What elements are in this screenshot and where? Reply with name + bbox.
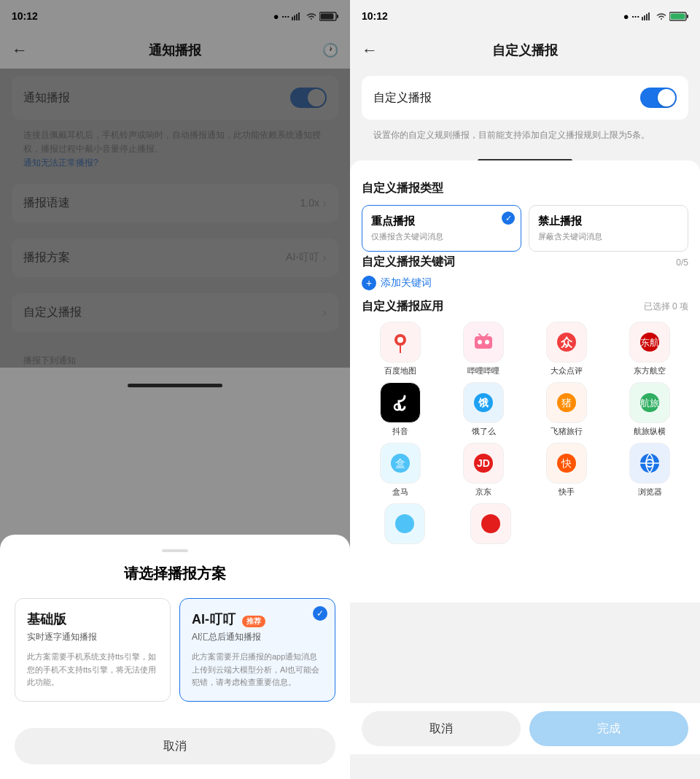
app-section: 自定义播报应用 已选择 0 项 百度地图 哔哩哔哩 bbox=[362, 299, 688, 544]
right-phone-screen: 10:12 ● ··· ← 自定义播报 自定义播报 设置你的自定义规则播报，目前… bbox=[350, 0, 700, 779]
app-item-hema[interactable]: 盒 盒马 bbox=[362, 443, 439, 497]
baidu-map-icon bbox=[380, 322, 421, 363]
ai-plan-badge: 推荐 bbox=[242, 616, 265, 627]
block-broadcast-name: 禁止播报 bbox=[538, 214, 679, 228]
right-top-desc: 设置你的自定义规则播报，目前能支持添加自定义播报规则上限为5条。 bbox=[373, 128, 677, 142]
type-section-header: 自定义播报类型 bbox=[362, 181, 688, 196]
right-battery-icon bbox=[669, 12, 688, 21]
app-item-pigtravel[interactable]: 猪 飞猪旅行 bbox=[528, 382, 605, 437]
right-nav-title: 自定义播报 bbox=[492, 42, 558, 59]
ai-plan-card[interactable]: ✓ AI-叮叮 推荐 AI汇总后通知播报 此方案需要开启播报的app通知消息上传… bbox=[179, 598, 335, 702]
svg-text:JD: JD bbox=[477, 457, 490, 469]
basic-plan-name: 基础版 bbox=[27, 611, 158, 628]
jd-icon: JD bbox=[463, 443, 504, 484]
app-item-eleme[interactable]: 饿 饿了么 bbox=[445, 382, 522, 437]
left-drag-handle bbox=[162, 549, 188, 552]
left-modal-title: 请选择播报方案 bbox=[15, 564, 335, 584]
browser-icon bbox=[629, 443, 670, 484]
hema-name: 盒马 bbox=[392, 487, 408, 497]
right-wifi-icon bbox=[656, 12, 667, 20]
kuaishou-name: 快手 bbox=[559, 487, 575, 497]
douyin-name: 抖音 bbox=[392, 426, 408, 437]
jd-name: 京东 bbox=[475, 487, 491, 497]
app-item-partial-2[interactable] bbox=[451, 503, 531, 544]
right-modal-sheet: 自定义播报类型 ✓ 重点播报 仅播报含关键词消息 禁止播报 屏蔽含关键词消息 自… bbox=[350, 160, 700, 602]
svg-point-18 bbox=[485, 340, 489, 344]
app-item-douyin[interactable]: 抖音 bbox=[362, 382, 439, 437]
partial-icon-1 bbox=[384, 503, 425, 544]
key-broadcast-check: ✓ bbox=[502, 212, 515, 225]
app-item-bilibili[interactable]: 哔哩哔哩 bbox=[445, 322, 522, 376]
svg-text:众: 众 bbox=[560, 336, 573, 349]
eleme-name: 饿了么 bbox=[472, 426, 496, 437]
app-item-jd[interactable]: JD 京东 bbox=[445, 443, 522, 497]
app-selected-count: 已选择 0 项 bbox=[644, 301, 688, 313]
basic-plan-card[interactable]: 基础版 实时逐字通知播报 此方案需要手机系统支持tts引擎，如您的手机不支持tt… bbox=[15, 598, 171, 702]
key-broadcast-desc: 仅播报含关键词消息 bbox=[371, 231, 512, 242]
app-item-browser[interactable]: 浏览器 bbox=[611, 443, 688, 497]
key-broadcast-name: 重点播报 bbox=[371, 214, 512, 228]
svg-text:东航: 东航 bbox=[640, 337, 659, 348]
add-keyword-label: 添加关键词 bbox=[381, 276, 432, 290]
hkair-name: 航旅纵横 bbox=[634, 426, 666, 437]
app-item-kuaishou[interactable]: 快 快手 bbox=[528, 443, 605, 497]
dianping-name: 大众点评 bbox=[551, 365, 583, 376]
app-section-header: 自定义播报应用 已选择 0 项 bbox=[362, 299, 688, 314]
left-modal-footer: 取消 bbox=[15, 716, 335, 779]
type-cards: ✓ 重点播报 仅播报含关键词消息 禁止播报 屏蔽含关键词消息 bbox=[362, 205, 688, 252]
plus-circle-icon: + bbox=[362, 276, 376, 290]
browser-name: 浏览器 bbox=[638, 487, 662, 497]
block-broadcast-desc: 屏蔽含关键词消息 bbox=[538, 231, 679, 242]
right-back-button[interactable]: ← bbox=[362, 41, 378, 60]
plan-cards: 基础版 实时逐字通知播报 此方案需要手机系统支持tts引擎，如您的手机不支持tt… bbox=[15, 598, 335, 702]
kw-section-label: 自定义播报关键词 bbox=[362, 255, 455, 270]
hema-icon: 盒 bbox=[380, 443, 421, 484]
ai-plan-subtitle: AI汇总后通知播报 bbox=[192, 631, 323, 643]
key-broadcast-card[interactable]: ✓ 重点播报 仅播报含关键词消息 bbox=[362, 205, 521, 252]
eleme-icon: 饿 bbox=[463, 382, 504, 423]
app-item-partial-1[interactable] bbox=[365, 503, 445, 544]
left-phone-screen: 10:12 ● ··· ← 通知播报 🕐 通知播报 连接且佩戴耳机后，手机铃声或… bbox=[0, 0, 350, 779]
app-item-eastair[interactable]: 东航 东方航空 bbox=[611, 322, 688, 376]
right-cancel-button[interactable]: 取消 bbox=[362, 711, 521, 746]
left-modal-overlay: 请选择播报方案 基础版 实时逐字通知播报 此方案需要手机系统支持tts引擎，如您… bbox=[0, 0, 350, 779]
ai-plan-name: AI-叮叮 推荐 bbox=[192, 611, 323, 628]
basic-plan-desc: 此方案需要手机系统支持tts引擎，如您的手机不支持tts引擎，将无法使用此功能。 bbox=[27, 651, 158, 689]
right-status-icons: ● ··· bbox=[623, 11, 688, 22]
app-item-hkair[interactable]: 航旅 航旅纵横 bbox=[611, 382, 688, 437]
right-broadcast-toggle[interactable] bbox=[640, 88, 677, 108]
svg-point-15 bbox=[397, 337, 403, 343]
svg-text:航旅: 航旅 bbox=[640, 398, 659, 408]
svg-rect-16 bbox=[475, 336, 492, 349]
svg-point-17 bbox=[478, 340, 482, 344]
keywords-section: 自定义播报关键词 0/5 + 添加关键词 bbox=[362, 255, 688, 290]
add-keyword-button[interactable]: + 添加关键词 bbox=[362, 276, 688, 290]
left-cancel-button[interactable]: 取消 bbox=[15, 728, 335, 764]
app-grid: 百度地图 哔哩哔哩 众 大众点评 东航 bbox=[362, 322, 688, 497]
svg-rect-12 bbox=[687, 15, 688, 18]
ai-plan-check: ✓ bbox=[313, 606, 327, 621]
svg-text:饿: 饿 bbox=[478, 397, 489, 408]
right-top-content: 自定义播报 设置你的自定义规则播报，目前能支持添加自定义播报规则上限为5条。 bbox=[350, 69, 700, 142]
eastair-name: 东方航空 bbox=[634, 365, 666, 376]
pigtravel-name: 飞猪旅行 bbox=[551, 426, 583, 437]
right-time: 10:12 bbox=[362, 10, 388, 22]
app-item-dianping[interactable]: 众 大众点评 bbox=[528, 322, 605, 376]
kw-header: 自定义播报关键词 0/5 bbox=[362, 255, 688, 270]
svg-rect-9 bbox=[646, 14, 648, 20]
right-confirm-button[interactable]: 完成 bbox=[529, 711, 688, 746]
kuaishou-icon: 快 bbox=[546, 443, 587, 484]
bilibili-name: 哔哩哔哩 bbox=[467, 365, 499, 376]
right-bottom-action-bar: 取消 完成 bbox=[350, 703, 700, 754]
right-broadcast-toggle-row[interactable]: 自定义播报 bbox=[362, 76, 688, 120]
block-broadcast-card[interactable]: 禁止播报 屏蔽含关键词消息 bbox=[529, 205, 688, 252]
ai-plan-desc: 此方案需要开启播报的app通知消息上传到云端大模型分析，AI也可能会犯错，请考虑… bbox=[192, 651, 323, 689]
svg-point-23 bbox=[394, 404, 400, 410]
partial-icon-2 bbox=[470, 503, 511, 544]
right-status-bar: 10:12 ● ··· bbox=[350, 0, 700, 32]
hkair-icon: 航旅 bbox=[629, 382, 670, 423]
app-item-baidu-map[interactable]: 百度地图 bbox=[362, 322, 439, 376]
pigtravel-icon: 猪 bbox=[546, 382, 587, 423]
svg-rect-7 bbox=[642, 17, 643, 20]
right-signal-icon bbox=[642, 12, 653, 20]
